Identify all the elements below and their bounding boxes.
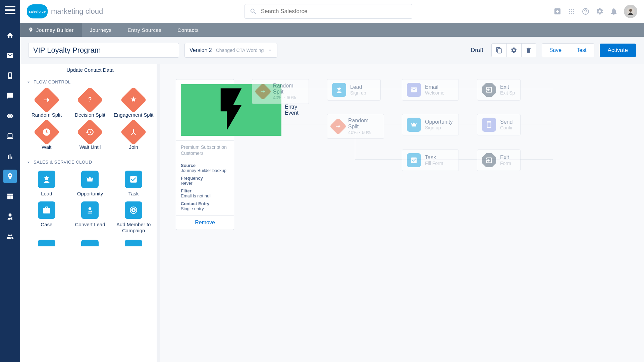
gear-icon xyxy=(511,47,517,54)
entry-row-label: Contact Entry xyxy=(181,201,229,206)
palette-add-member[interactable]: Add Member to Campaign xyxy=(113,201,154,234)
subnav-label: Journey Builder xyxy=(36,27,74,33)
app-launcher-icon[interactable] xyxy=(568,7,576,15)
delete-button[interactable] xyxy=(521,44,536,57)
node-random-split-1[interactable]: Random Split40% - 60% xyxy=(252,79,309,104)
entry-row-value: Email is not null xyxy=(181,193,229,198)
split-icon xyxy=(335,123,341,130)
help-icon[interactable] xyxy=(582,7,590,15)
entry-row-value: Journey Builder backup xyxy=(181,168,229,173)
palette-item-update-contact[interactable]: Update Contact Data xyxy=(20,67,160,76)
node-lead[interactable]: LeadSign up xyxy=(327,79,381,101)
test-button[interactable]: Test xyxy=(569,44,594,57)
hamburger-menu-icon[interactable] xyxy=(5,6,15,14)
activity-palette: Update Contact Data FLOW CONTROL Random … xyxy=(20,64,160,362)
crown-icon xyxy=(410,121,418,128)
save-button[interactable]: Save xyxy=(542,44,569,57)
device-icon xyxy=(485,121,493,128)
journey-title-input[interactable] xyxy=(28,43,179,58)
add-icon[interactable] xyxy=(553,7,561,15)
entry-row-value: Single entry xyxy=(181,206,229,211)
rail-admin-icon[interactable] xyxy=(3,210,17,223)
svg-point-1 xyxy=(629,9,632,12)
palette-section-flow-control[interactable]: FLOW CONTROL xyxy=(20,76,160,88)
section-label: SALES & SERVICE CLOUD xyxy=(34,160,92,165)
settings-icon[interactable] xyxy=(596,7,604,15)
journey-canvas[interactable]: Entry Event Premium Subscription Custome… xyxy=(160,64,644,362)
palette-extra-3[interactable] xyxy=(113,240,154,246)
rail-content-icon[interactable] xyxy=(3,190,17,203)
chevron-down-icon xyxy=(268,48,272,53)
palette-decision-split[interactable]: Decision Split xyxy=(70,90,111,118)
entry-row-label: Source xyxy=(181,163,229,168)
palette-join[interactable]: Join xyxy=(113,123,154,150)
node-opportunity[interactable]: OpportunitySign up xyxy=(402,114,459,135)
rail-mobile-icon[interactable] xyxy=(3,69,17,82)
mail-icon xyxy=(410,86,418,94)
palette-case[interactable]: Case xyxy=(26,201,67,234)
user-avatar[interactable] xyxy=(624,5,637,18)
subnav-entry-sources[interactable]: Entry Sources xyxy=(120,23,170,37)
trash-icon xyxy=(525,47,532,54)
node-task[interactable]: TaskFill Form xyxy=(402,149,459,171)
subnav-journeys[interactable]: Journeys xyxy=(82,23,120,37)
palette-wait[interactable]: Wait xyxy=(26,123,67,150)
global-search[interactable] xyxy=(245,4,412,19)
palette-section-sales-cloud[interactable]: SALES & SERVICE CLOUD xyxy=(20,156,160,168)
palette-convert-lead[interactable]: Convert Lead xyxy=(70,201,111,234)
palette-task[interactable]: Task xyxy=(113,171,154,197)
settings-button[interactable] xyxy=(506,44,521,57)
star-person-icon xyxy=(335,86,343,94)
section-label: FLOW CONTROL xyxy=(34,79,71,84)
palette-extra-1[interactable] xyxy=(26,240,67,246)
rail-web-icon[interactable] xyxy=(3,129,17,143)
left-nav-rail xyxy=(0,0,20,362)
rail-analytics-icon[interactable] xyxy=(3,149,17,163)
subnav-label: Entry Sources xyxy=(128,27,162,33)
subnav-contacts[interactable]: Contacts xyxy=(169,23,207,37)
rail-chat-icon[interactable] xyxy=(3,89,17,103)
palette-engagement-split[interactable]: Engagement Split xyxy=(113,90,154,118)
split-icon xyxy=(260,88,266,95)
palette-extra-2[interactable] xyxy=(70,240,111,246)
activate-button[interactable]: Activate xyxy=(600,44,636,57)
version-label: Version 2 xyxy=(190,47,212,53)
node-send[interactable]: SendConfir xyxy=(477,114,521,135)
rail-journey-icon[interactable] xyxy=(3,170,17,183)
entry-row-label: Filter xyxy=(181,188,229,193)
check-icon xyxy=(410,157,418,164)
journey-text-buttons: Save Test xyxy=(542,43,594,57)
rail-mail-icon[interactable] xyxy=(3,49,17,62)
palette-opportunity[interactable]: Opportunity xyxy=(70,171,111,197)
version-selector[interactable]: Version 2 Changed CTA Wording xyxy=(184,43,277,58)
node-exit-1[interactable]: ExitExit Sp xyxy=(477,79,521,101)
salesforce-cloud-icon: salesforce xyxy=(27,4,48,18)
journey-toolbar: Version 2 Changed CTA Wording Draft Save… xyxy=(20,37,644,64)
rail-audience-icon[interactable] xyxy=(3,109,17,123)
entry-remove-button[interactable]: Remove xyxy=(176,215,234,230)
chevron-down-icon xyxy=(26,80,31,84)
entry-row-label: Frequency xyxy=(181,176,229,181)
node-exit-2[interactable]: ExitForm xyxy=(477,149,521,171)
palette-lead[interactable]: Lead xyxy=(26,171,67,197)
duplicate-button[interactable] xyxy=(492,44,506,57)
node-email[interactable]: EmailWelcome xyxy=(402,79,459,101)
palette-wait-until[interactable]: Wait Until xyxy=(70,123,111,150)
version-note: Changed CTA Wording xyxy=(216,48,264,53)
entry-subtitle: Premium Subscription Customers xyxy=(176,141,234,159)
journey-action-icons xyxy=(491,43,536,57)
palette-random-split[interactable]: Random Split xyxy=(26,90,67,118)
top-bar: salesforce marketing cloud xyxy=(20,0,644,23)
search-input[interactable] xyxy=(261,8,407,15)
entry-event-card[interactable]: Entry Event Premium Subscription Custome… xyxy=(176,79,234,230)
entry-title: Entry Event xyxy=(285,104,299,116)
brand-name: marketing cloud xyxy=(51,7,103,16)
notifications-icon[interactable] xyxy=(610,7,618,15)
rail-home-icon[interactable] xyxy=(3,29,17,42)
subnav-label: Contacts xyxy=(177,27,199,33)
rail-people-icon[interactable] xyxy=(3,230,17,243)
node-random-split-2[interactable]: Random Split40% - 60% xyxy=(327,114,384,139)
subnav-label: Journeys xyxy=(90,27,112,33)
sub-navigation: Journey Builder Journeys Entry Sources C… xyxy=(20,23,644,37)
subnav-journey-builder[interactable]: Journey Builder xyxy=(20,23,82,37)
